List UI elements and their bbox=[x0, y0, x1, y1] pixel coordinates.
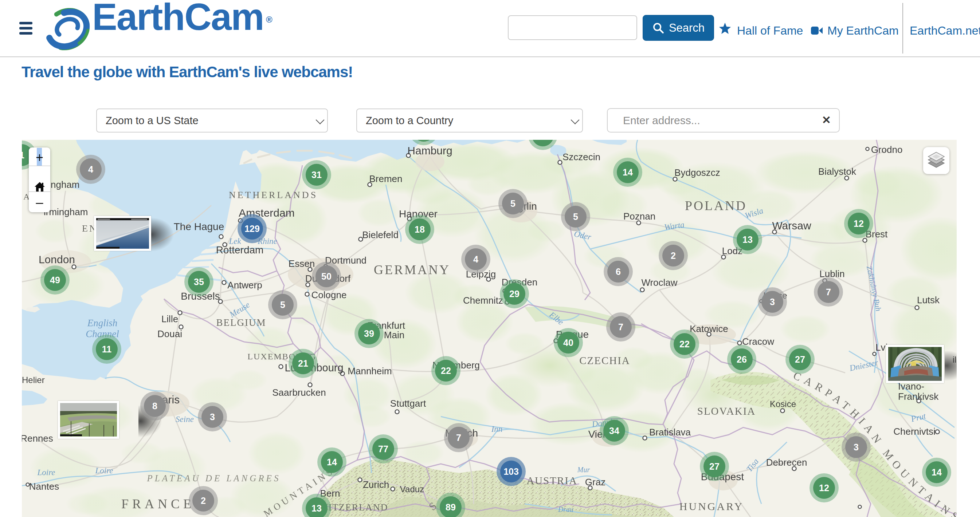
svg-text:Poznan: Poznan bbox=[623, 211, 655, 222]
svg-text:Katowice: Katowice bbox=[690, 323, 728, 334]
svg-text:Nantes: Nantes bbox=[29, 481, 59, 492]
svg-text:London: London bbox=[39, 254, 75, 265]
svg-text:POLAND: POLAND bbox=[685, 198, 747, 213]
svg-text:Bremen: Bremen bbox=[369, 173, 402, 184]
svg-text:Elbe: Elbe bbox=[547, 310, 565, 327]
svg-text:Stuttgart: Stuttgart bbox=[390, 398, 426, 409]
svg-text:English: English bbox=[87, 317, 118, 328]
svg-text:Inn: Inn bbox=[491, 425, 503, 434]
svg-text:The Hague: The Hague bbox=[174, 221, 224, 232]
svg-text:Lille: Lille bbox=[161, 314, 178, 324]
svg-text:Meuse: Meuse bbox=[228, 300, 251, 320]
svg-text:Wisla: Wisla bbox=[744, 206, 764, 220]
svg-text:Seine: Seine bbox=[176, 415, 194, 424]
svg-text:ngham: ngham bbox=[51, 179, 80, 190]
svg-text:Bialystok: Bialystok bbox=[818, 166, 856, 177]
svg-text:Zurich: Zurich bbox=[363, 479, 389, 490]
svg-text:Saarbrucken: Saarbrucken bbox=[272, 387, 326, 398]
svg-text:Essen: Essen bbox=[288, 258, 315, 269]
svg-text:Bydgoszcz: Bydgoszcz bbox=[675, 167, 720, 178]
svg-text:Lek: Lek bbox=[228, 237, 241, 246]
svg-text:Lutsk: Lutsk bbox=[917, 295, 940, 306]
svg-text:Szczecin: Szczecin bbox=[563, 151, 600, 162]
svg-text:Rennes: Rennes bbox=[22, 433, 53, 444]
svg-text:PLATEAU DE LANGRES: PLATEAU DE LANGRES bbox=[147, 473, 281, 483]
svg-text:GERMANY: GERMANY bbox=[374, 263, 450, 277]
svg-text:Grodno: Grodno bbox=[871, 144, 903, 155]
svg-text:Vaduz: Vaduz bbox=[400, 484, 424, 494]
svg-text:Drau: Drau bbox=[558, 505, 573, 513]
svg-text:AUSTRIA: AUSTRIA bbox=[527, 475, 578, 487]
svg-text:irmingham: irmingham bbox=[44, 206, 88, 217]
svg-text:Hamburg: Hamburg bbox=[407, 144, 452, 157]
svg-text:Kosice: Kosice bbox=[770, 399, 796, 409]
svg-text:Chernivtsi: Chernivtsi bbox=[893, 426, 935, 437]
svg-text:Prut: Prut bbox=[910, 411, 927, 424]
svg-text:Cologne: Cologne bbox=[312, 289, 347, 300]
svg-text:Graz: Graz bbox=[585, 477, 606, 487]
svg-text:Main: Main bbox=[384, 330, 404, 340]
svg-text:Antwerp: Antwerp bbox=[228, 280, 262, 290]
svg-text:CZECHIA: CZECHIA bbox=[579, 355, 630, 366]
svg-text:Mur: Mur bbox=[577, 466, 590, 474]
svg-text:Dniester: Dniester bbox=[848, 358, 880, 373]
svg-text:HUNGARY: HUNGARY bbox=[679, 500, 744, 512]
svg-text:Warsaw: Warsaw bbox=[772, 220, 811, 232]
svg-text:Warta: Warta bbox=[664, 220, 685, 232]
svg-text:Mannheim: Mannheim bbox=[348, 366, 391, 376]
svg-text:Zakhidnyy Buh: Zakhidnyy Buh bbox=[865, 265, 883, 312]
svg-text:Frankivsk: Frankivsk bbox=[898, 391, 939, 402]
svg-text:NETHERLANDS: NETHERLANDS bbox=[229, 190, 318, 200]
svg-text:Bratislava: Bratislava bbox=[649, 427, 691, 438]
svg-text:Tisa: Tisa bbox=[745, 457, 760, 474]
svg-text:Wroclaw: Wroclaw bbox=[641, 277, 677, 288]
svg-text:Chemnitz: Chemnitz bbox=[463, 295, 503, 306]
svg-text:Bielefeld: Bielefeld bbox=[362, 229, 399, 240]
svg-text:SLOVAKIA: SLOVAKIA bbox=[697, 405, 756, 417]
svg-text:Loire: Loire bbox=[95, 466, 113, 475]
svg-text:BELGIUM: BELGIUM bbox=[216, 317, 266, 328]
svg-text:Rotterdam: Rotterdam bbox=[216, 244, 264, 255]
svg-text:Helier: Helier bbox=[22, 375, 45, 385]
svg-text:FRANCE: FRANCE bbox=[121, 496, 195, 511]
svg-text:Douai: Douai bbox=[158, 328, 182, 339]
svg-text:Cracow: Cracow bbox=[742, 336, 774, 347]
svg-text:Debrecen: Debrecen bbox=[766, 457, 807, 468]
svg-text:Loire: Loire bbox=[37, 468, 56, 477]
